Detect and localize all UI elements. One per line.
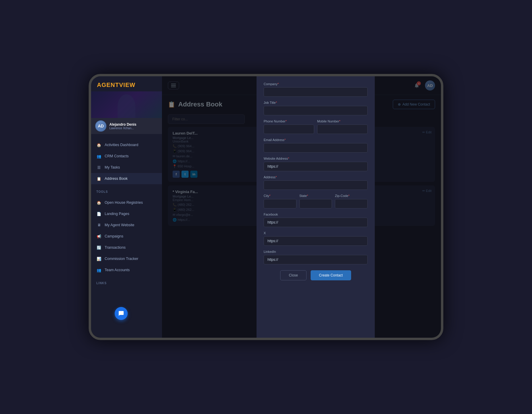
add-contact-modal: Company* Job Title* bbox=[257, 76, 375, 338]
home-icon: 🏠 bbox=[96, 142, 102, 148]
main-content: 4 AD 📋 Address Book ⊕ Add New Contact bbox=[162, 76, 441, 338]
sidebar-item-label: My Agent Website bbox=[105, 223, 134, 227]
x-input[interactable] bbox=[264, 236, 368, 246]
city-label: City* bbox=[264, 194, 296, 198]
zip-label: Zip-Code* bbox=[335, 194, 368, 198]
job-title-label: Job Title* bbox=[264, 101, 368, 104]
address-label: Address* bbox=[264, 175, 368, 179]
sidebar-item-tasks[interactable]: ☰ My Tasks bbox=[91, 162, 162, 173]
mobile-label: Mobile Number* bbox=[317, 119, 368, 123]
sidebar-item-activities[interactable]: 🏠 Activities Dashboard bbox=[91, 139, 162, 151]
sidebar-item-label: Activities Dashboard bbox=[105, 143, 138, 147]
address-field-group: Address* bbox=[264, 175, 368, 190]
sidebar-item-commission[interactable]: 📊 Commission Tracker bbox=[91, 253, 162, 264]
zip-field-group: Zip-Code* bbox=[335, 194, 368, 208]
city-input[interactable] bbox=[264, 199, 296, 208]
sidebar-item-campaigns[interactable]: 📢 Campaigns bbox=[91, 231, 162, 242]
mobile-input[interactable] bbox=[317, 124, 368, 134]
phone-field-group: Phone Number* bbox=[264, 119, 314, 134]
x-field-group: X bbox=[264, 231, 368, 246]
sidebar-item-transactions[interactable]: 🔄 Transactions bbox=[91, 242, 162, 253]
facebook-label: Facebook bbox=[264, 213, 368, 216]
city-field-group: City* bbox=[264, 194, 296, 208]
create-contact-button[interactable]: Create Contact bbox=[311, 270, 351, 280]
phone-input[interactable] bbox=[264, 124, 314, 134]
sidebar-item-address-book[interactable]: 📋 Address Book bbox=[91, 173, 162, 184]
linkedin-field-group: LinkedIn bbox=[264, 250, 368, 264]
facebook-input[interactable] bbox=[264, 218, 368, 227]
profile-info: AD Alejandro Denis Lawrence Xchan... bbox=[91, 118, 162, 134]
address-book-icon: 📋 bbox=[96, 176, 102, 181]
tools-section-label: TOOLS bbox=[91, 187, 162, 195]
sidebar: AGENTVIEW AD Alejandro Denis Lawrence Xc… bbox=[91, 76, 162, 338]
open-house-icon: 🏠 bbox=[96, 200, 102, 205]
tasks-icon: ☰ bbox=[96, 165, 102, 170]
landing-pages-icon: 📄 bbox=[96, 211, 102, 216]
phone-row: Phone Number* Mobile Number* bbox=[264, 119, 368, 138]
logo-text-accent: VIEW bbox=[119, 82, 135, 88]
user-company: Lawrence Xchan... bbox=[109, 127, 136, 130]
transactions-icon: 🔄 bbox=[96, 245, 102, 250]
state-input[interactable] bbox=[299, 199, 332, 208]
modal-overlay: Company* Job Title* bbox=[162, 76, 441, 338]
company-field-group: Company* bbox=[264, 82, 368, 97]
sidebar-item-open-house[interactable]: 🏠 Open House Registries bbox=[91, 197, 162, 208]
commission-icon: 📊 bbox=[96, 256, 102, 261]
website-field-group: Website Address* bbox=[264, 157, 368, 171]
avatar: AD bbox=[95, 120, 106, 132]
modal-footer: Close Create Contact bbox=[264, 270, 368, 283]
facebook-field-group: Facebook bbox=[264, 213, 368, 227]
email-input[interactable] bbox=[264, 143, 368, 153]
email-field-group: Email Address* bbox=[264, 138, 368, 153]
email-label: Email Address* bbox=[264, 138, 368, 142]
company-label: Company* bbox=[264, 82, 368, 86]
address-input[interactable] bbox=[264, 180, 368, 190]
logo-text-main: AGENT bbox=[97, 82, 119, 88]
state-label: State* bbox=[299, 194, 332, 198]
sidebar-item-label: Open House Registries bbox=[105, 200, 143, 205]
chat-bubble-button[interactable] bbox=[115, 307, 128, 320]
profile-background bbox=[91, 91, 162, 118]
team-icon: 👥 bbox=[96, 267, 102, 273]
sidebar-item-website[interactable]: 🖥 My Agent Website bbox=[91, 219, 162, 231]
main-nav: 🏠 Activities Dashboard 👥 CRM Contacts ☰ … bbox=[91, 137, 162, 187]
user-profile-section: AD Alejandro Denis Lawrence Xchan... bbox=[91, 91, 162, 134]
contacts-icon: 👥 bbox=[96, 153, 102, 159]
user-name: Alejandro Denis bbox=[109, 122, 136, 127]
sidebar-item-label: Team Accounts bbox=[105, 268, 130, 272]
zip-input[interactable] bbox=[335, 199, 368, 208]
sidebar-item-landing[interactable]: 📄 Landing Pages bbox=[91, 208, 162, 219]
sidebar-item-team[interactable]: 👥 Team Accounts bbox=[91, 264, 162, 276]
sidebar-item-label: Commission Tracker bbox=[105, 257, 138, 261]
sidebar-item-label: Transactions bbox=[105, 245, 126, 250]
sidebar-item-crm[interactable]: 👥 CRM Contacts bbox=[91, 151, 162, 162]
sidebar-item-label: My Tasks bbox=[105, 165, 120, 169]
website-label: Website Address* bbox=[264, 157, 368, 160]
mobile-field-group: Mobile Number* bbox=[317, 119, 368, 134]
phone-label: Phone Number* bbox=[264, 119, 314, 123]
sidebar-item-label: Campaigns bbox=[105, 234, 123, 238]
linkedin-label: LinkedIn bbox=[264, 250, 368, 253]
x-label: X bbox=[264, 231, 368, 235]
city-state-zip-row: City* State* bbox=[264, 194, 368, 213]
profile-text: Alejandro Denis Lawrence Xchan... bbox=[109, 122, 136, 130]
sidebar-item-label: Landing Pages bbox=[105, 212, 129, 216]
sidebar-item-label: Address Book bbox=[105, 177, 128, 181]
company-input[interactable] bbox=[264, 87, 368, 97]
links-section-label: LINKS bbox=[91, 278, 162, 286]
job-title-input[interactable] bbox=[264, 106, 368, 115]
sidebar-item-label: CRM Contacts bbox=[105, 154, 129, 158]
linkedin-input[interactable] bbox=[264, 255, 368, 264]
website-icon: 🖥 bbox=[96, 222, 102, 228]
website-input[interactable] bbox=[264, 162, 368, 171]
app-logo: AGENTVIEW bbox=[91, 76, 162, 91]
campaigns-icon: 📢 bbox=[96, 234, 102, 239]
tools-nav: 🏠 Open House Registries 📄 Landing Pages … bbox=[91, 195, 162, 278]
job-title-field-group: Job Title* bbox=[264, 101, 368, 115]
close-button[interactable]: Close bbox=[280, 270, 306, 280]
state-field-group: State* bbox=[299, 194, 332, 208]
